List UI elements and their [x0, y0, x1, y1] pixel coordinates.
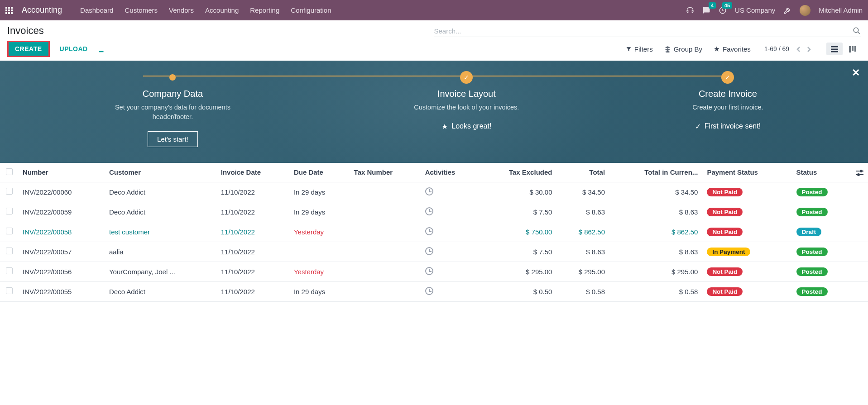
cell-total[interactable]: $ 8.63 [556, 242, 609, 262]
clock-icon[interactable] [425, 207, 433, 215]
th-number[interactable]: Number [18, 163, 105, 182]
cell-invoice-date[interactable]: 11/10/2022 [216, 202, 289, 222]
cell-status[interactable]: Posted [792, 182, 852, 202]
chat-icon[interactable]: 4 [702, 6, 710, 14]
cell-tax-number[interactable] [350, 281, 421, 301]
row-checkbox[interactable] [6, 248, 13, 254]
cell-tax-number[interactable] [350, 202, 421, 222]
cell-payment-status[interactable]: Not Paid [702, 281, 791, 301]
cell-total-currency[interactable]: $ 8.63 [609, 202, 702, 222]
favorites-button[interactable]: Favorites [714, 45, 751, 53]
row-checkbox[interactable] [6, 208, 13, 214]
th-invoice-date[interactable]: Invoice Date [216, 163, 289, 182]
cell-status[interactable]: Draft [792, 222, 852, 242]
table-row[interactable]: INV/2022/00056 YourCompany, Joel ... 11/… [0, 262, 868, 281]
cell-due-date[interactable]: Yesterday [289, 262, 350, 281]
row-checkbox[interactable] [6, 228, 13, 234]
cell-total-currency[interactable]: $ 34.50 [609, 182, 702, 202]
cell-tax-number[interactable] [350, 222, 421, 242]
cell-total[interactable]: $ 34.50 [556, 182, 609, 202]
cell-total-currency[interactable]: $ 862.50 [609, 222, 702, 242]
upload-button[interactable]: UPLOAD [55, 42, 92, 56]
cell-invoice-date[interactable]: 11/10/2022 [216, 182, 289, 202]
th-payment-status[interactable]: Payment Status [702, 163, 791, 182]
cell-tax-number[interactable] [350, 242, 421, 262]
cell-tax-excluded[interactable]: $ 750.00 [479, 222, 557, 242]
clock-icon[interactable] [425, 267, 433, 275]
cell-total-currency[interactable]: $ 8.63 [609, 242, 702, 262]
cell-customer[interactable]: aalia [105, 242, 216, 262]
cell-number[interactable]: INV/2022/00056 [18, 262, 105, 281]
cell-status[interactable]: Posted [792, 242, 852, 262]
cell-invoice-date[interactable]: 11/10/2022 [216, 242, 289, 262]
cell-total[interactable]: $ 8.63 [556, 202, 609, 222]
nav-reporting[interactable]: Reporting [250, 6, 279, 14]
table-row[interactable]: INV/2022/00055 Deco Addict 11/10/2022 In… [0, 281, 868, 301]
create-button[interactable]: CREATE [9, 42, 48, 56]
th-activities[interactable]: Activities [421, 163, 479, 182]
cell-activities[interactable] [421, 281, 479, 301]
row-checkbox[interactable] [6, 287, 13, 294]
cell-customer[interactable]: Deco Addict [105, 182, 216, 202]
cell-payment-status[interactable]: Not Paid [702, 202, 791, 222]
cell-payment-status[interactable]: In Payment [702, 242, 791, 262]
apps-icon[interactable] [5, 7, 13, 14]
cell-payment-status[interactable]: Not Paid [702, 222, 791, 242]
cell-status[interactable]: Posted [792, 281, 852, 301]
table-row[interactable]: INV/2022/00057 aalia 11/10/2022 $ 7.50 $… [0, 242, 868, 262]
cell-tax-excluded[interactable]: $ 7.50 [479, 242, 557, 262]
cell-number[interactable]: INV/2022/00060 [18, 182, 105, 202]
cell-total-currency[interactable]: $ 0.58 [609, 281, 702, 301]
search-box[interactable] [434, 25, 861, 37]
cell-number[interactable]: INV/2022/00059 [18, 202, 105, 222]
download-icon[interactable] [98, 45, 105, 53]
sliders-icon[interactable] [856, 168, 863, 176]
cell-activities[interactable] [421, 202, 479, 222]
th-status[interactable]: Status [792, 163, 852, 182]
headset-icon[interactable] [686, 6, 694, 14]
company-selector[interactable]: US Company [735, 6, 775, 14]
cell-due-date[interactable] [289, 242, 350, 262]
cell-activities[interactable] [421, 242, 479, 262]
app-brand[interactable]: Accounting [22, 5, 62, 15]
cell-tax-excluded[interactable]: $ 30.00 [479, 182, 557, 202]
cell-activities[interactable] [421, 262, 479, 281]
cell-total[interactable]: $ 0.58 [556, 281, 609, 301]
th-due-date[interactable]: Due Date [289, 163, 350, 182]
pager-next-icon[interactable] [805, 43, 813, 54]
th-tax-number[interactable]: Tax Number [350, 163, 421, 182]
cell-due-date[interactable]: In 29 days [289, 182, 350, 202]
nav-accounting[interactable]: Accounting [205, 6, 239, 14]
cell-invoice-date[interactable]: 11/10/2022 [216, 222, 289, 242]
cell-number[interactable]: INV/2022/00058 [18, 222, 105, 242]
kanban-view-icon[interactable] [844, 43, 861, 55]
cell-due-date[interactable]: In 29 days [289, 281, 350, 301]
cell-due-date[interactable]: Yesterday [289, 222, 350, 242]
pager-text[interactable]: 1-69 / 69 [764, 45, 789, 52]
filters-button[interactable]: Filters [626, 45, 653, 53]
table-row[interactable]: INV/2022/00060 Deco Addict 11/10/2022 In… [0, 182, 868, 202]
cell-activities[interactable] [421, 222, 479, 242]
table-row[interactable]: INV/2022/00059 Deco Addict 11/10/2022 In… [0, 202, 868, 222]
list-view-icon[interactable] [826, 43, 843, 55]
avatar[interactable] [800, 5, 810, 16]
activity-clock-icon[interactable]: 45 [719, 6, 727, 14]
nav-dashboard[interactable]: Dashboard [80, 6, 113, 14]
cell-customer[interactable]: test customer [105, 222, 216, 242]
cell-tax-number[interactable] [350, 262, 421, 281]
cell-payment-status[interactable]: Not Paid [702, 182, 791, 202]
search-icon[interactable] [853, 27, 861, 35]
cell-number[interactable]: INV/2022/00057 [18, 242, 105, 262]
cell-tax-number[interactable] [350, 182, 421, 202]
row-checkbox[interactable] [6, 188, 13, 195]
cell-invoice-date[interactable]: 11/10/2022 [216, 262, 289, 281]
pager-prev-icon[interactable] [795, 43, 803, 54]
clock-icon[interactable] [425, 187, 433, 195]
cell-tax-excluded[interactable]: $ 0.50 [479, 281, 557, 301]
cell-tax-excluded[interactable]: $ 295.00 [479, 262, 557, 281]
cell-due-date[interactable]: In 29 days [289, 202, 350, 222]
cell-invoice-date[interactable]: 11/10/2022 [216, 281, 289, 301]
wrench-icon[interactable] [783, 6, 791, 14]
groupby-button[interactable]: Group By [664, 45, 702, 53]
row-checkbox[interactable] [6, 267, 13, 274]
